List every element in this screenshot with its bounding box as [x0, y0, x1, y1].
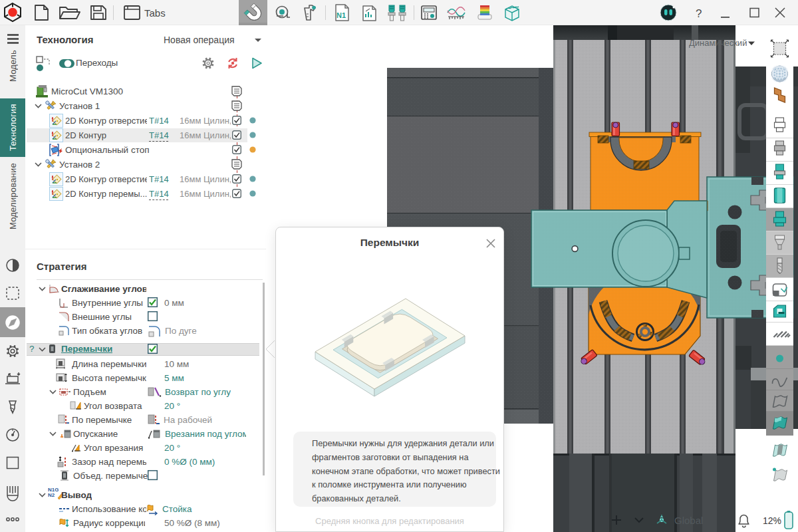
- svg-text:N1: N1: [336, 11, 346, 19]
- svg-text:?: ?: [696, 7, 702, 20]
- svg-text:Tabs: Tabs: [144, 7, 166, 19]
- svg-text:Global: Global: [674, 515, 703, 526]
- svg-text:12%: 12%: [763, 515, 781, 526]
